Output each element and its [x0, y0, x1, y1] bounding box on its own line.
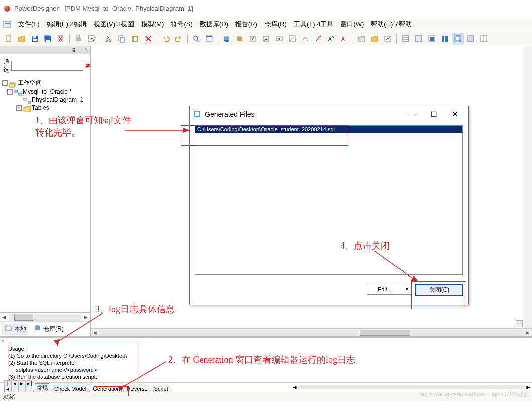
db4-icon[interactable] — [260, 33, 272, 45]
save-icon[interactable] — [29, 33, 41, 45]
menu-help[interactable]: 帮助(H):7帮助 — [368, 19, 415, 30]
grid4-icon[interactable] — [439, 33, 451, 45]
copy-icon[interactable] — [116, 33, 128, 45]
paste-icon[interactable] — [129, 33, 141, 45]
tree-root[interactable]: − 工作空间 — [2, 78, 88, 88]
tree-model[interactable]: − Mysql_to_Oracle * — [2, 88, 88, 96]
menu-symbol[interactable]: 符号(S) — [168, 19, 195, 30]
expand-icon[interactable]: + — [16, 105, 22, 111]
nav-first-icon[interactable]: |◄ — [4, 380, 11, 392]
redo-icon[interactable] — [173, 33, 185, 45]
sidebar: ⠿ × 筛选 ✖ ⟳ − 工作空间 − Mysql_to_Oracle * — [0, 46, 90, 336]
grid2-icon[interactable] — [413, 33, 425, 45]
db9-icon[interactable]: A — [325, 33, 337, 45]
close-doc-icon[interactable] — [55, 33, 67, 45]
collapse-icon[interactable]: − — [7, 89, 13, 95]
nav-next-icon[interactable]: ► — [18, 380, 25, 392]
fld3-icon[interactable] — [382, 33, 394, 45]
hscroll-left-icon[interactable]: ◄ — [91, 329, 99, 336]
undo-icon[interactable] — [160, 33, 172, 45]
tab-repo[interactable]: 仓库(R) — [31, 323, 66, 335]
dialog-max-icon[interactable]: ☐ — [423, 107, 444, 121]
diagram-icon — [23, 97, 30, 103]
canvas-vscroll[interactable] — [524, 46, 532, 328]
oscroll-right-icon[interactable]: ► — [525, 384, 532, 391]
dialog-close-icon[interactable]: ✕ — [444, 107, 465, 121]
db3-icon[interactable] — [247, 33, 259, 45]
dialog-titlebar[interactable]: Generated Files — ☐ ✕ — [190, 106, 468, 122]
menu-view[interactable]: 视图(V):3视图 — [91, 19, 137, 30]
menu-repository[interactable]: 仓库(R) — [261, 19, 290, 30]
output-close-icon[interactable]: × — [0, 338, 532, 344]
menu-report[interactable]: 报告(R) — [232, 19, 260, 30]
combo-down-icon[interactable]: ▼ — [403, 284, 411, 295]
db2-icon[interactable] — [234, 33, 246, 45]
tree-diagram[interactable]: PhysicalDiagram_1 — [2, 96, 88, 104]
dialog-file-list[interactable]: C:\Users\Coding\Desktop\Oracle_student_2… — [195, 125, 463, 275]
dock-grip-icon[interactable]: ⠿ — [72, 47, 78, 52]
grid1-icon[interactable] — [400, 33, 412, 45]
scroll-thumb[interactable] — [14, 314, 33, 321]
output-tab-reverse[interactable]: Reverse — [123, 385, 151, 392]
menu-file[interactable]: 文件(F) — [15, 19, 43, 30]
svg-rect-60 — [24, 98, 26, 100]
db10-icon[interactable]: A — [338, 33, 350, 45]
svg-text:A: A — [328, 36, 332, 42]
hscroll-track[interactable] — [99, 330, 524, 336]
menu-window[interactable]: 窗口(W) — [337, 19, 367, 30]
sidebar-scroll[interactable]: ◄ ► — [0, 312, 90, 321]
output-tab-generation[interactable]: Generation — [89, 385, 123, 392]
folder-icon — [23, 105, 30, 111]
preview-icon[interactable] — [85, 33, 97, 45]
delete-icon[interactable] — [142, 33, 154, 45]
sidebar-close-icon[interactable]: × — [85, 46, 88, 52]
dialog-close-button[interactable]: 关闭(C) — [415, 284, 463, 296]
prop-icon[interactable] — [203, 33, 215, 45]
tab-local[interactable]: 本地 — [2, 323, 28, 335]
grid5-icon[interactable] — [452, 33, 464, 45]
hscroll-right-icon[interactable]: ► — [524, 329, 532, 336]
saveall-icon[interactable] — [42, 33, 54, 45]
print-icon[interactable] — [72, 33, 84, 45]
tree-tables[interactable]: + Tables — [2, 104, 88, 112]
svg-point-38 — [278, 38, 280, 40]
menu-database[interactable]: 数据库(D) — [197, 19, 231, 30]
fld1-icon[interactable] — [356, 33, 368, 45]
scroll-track[interactable] — [9, 314, 81, 321]
menu-model[interactable]: 模型(M) — [138, 19, 167, 30]
nav-last-icon[interactable]: ►| — [25, 380, 32, 392]
oscroll-left-icon[interactable]: ◄ — [291, 384, 298, 391]
file-list-item[interactable]: C:\Users\Coding\Desktop\Oracle_student_2… — [195, 126, 462, 133]
nav-prev-icon[interactable]: ◄ — [11, 380, 18, 392]
canvas-hscroll[interactable]: ◄ ► — [91, 328, 532, 336]
filter-clear-icon[interactable]: ✖ — [85, 62, 90, 69]
svg-rect-2 — [4, 21, 11, 27]
grid7-icon[interactable] — [478, 33, 490, 45]
db7-icon[interactable] — [299, 33, 311, 45]
dialog-min-icon[interactable]: — — [402, 107, 423, 121]
scroll-right-icon[interactable]: ► — [82, 314, 90, 321]
dialog-edit-combo[interactable]: ▼ — [367, 284, 411, 295]
cut-icon[interactable] — [103, 33, 115, 45]
canvas-zoom-icon[interactable]: ▫ — [516, 320, 523, 327]
output-tab-general[interactable]: 常规 — [33, 383, 51, 392]
new-icon[interactable] — [3, 33, 15, 45]
output-tab-script[interactable]: Script — [151, 385, 172, 392]
menu-tool[interactable]: 工具(T):4工具 — [291, 19, 336, 30]
db8-icon[interactable] — [312, 33, 324, 45]
filter-input[interactable] — [11, 61, 83, 71]
dialog-edit-input[interactable] — [367, 284, 403, 295]
db6-icon[interactable] — [286, 33, 298, 45]
collapse-icon[interactable]: − — [2, 80, 8, 86]
grid6-icon[interactable] — [465, 33, 477, 45]
db5-icon[interactable] — [273, 33, 285, 45]
scroll-left-icon[interactable]: ◄ — [0, 314, 8, 321]
grid3-icon[interactable] — [426, 33, 438, 45]
fld2-icon[interactable] — [369, 33, 381, 45]
db1-icon[interactable] — [221, 33, 233, 45]
open-icon[interactable] — [16, 33, 28, 45]
hscroll-thumb[interactable] — [360, 330, 410, 336]
find-icon[interactable] — [190, 33, 202, 45]
output-tab-check[interactable]: Check Model — [51, 385, 90, 392]
menu-edit[interactable]: 编辑(E):2编辑 — [44, 19, 90, 30]
